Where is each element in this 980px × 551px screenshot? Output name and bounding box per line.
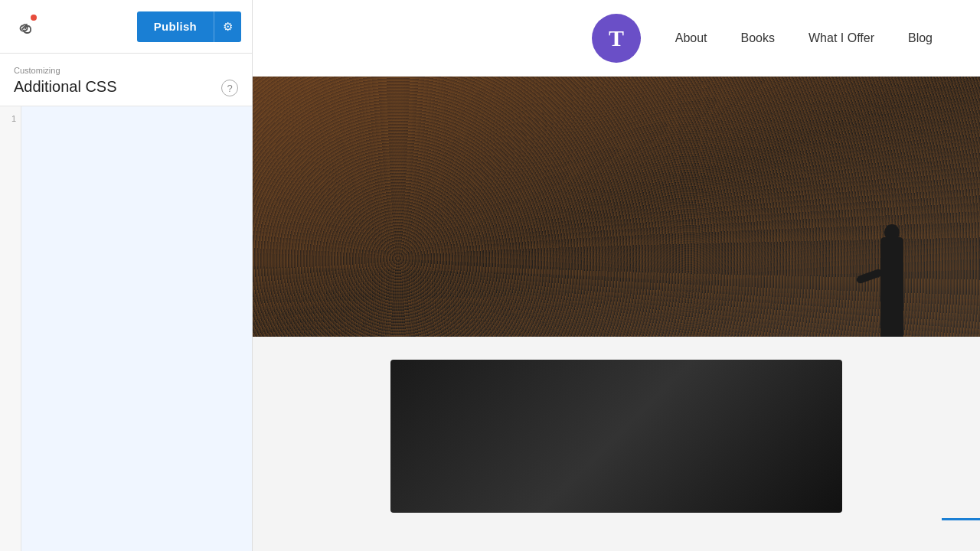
line-numbers: 1 <box>0 106 21 551</box>
link-icon-button[interactable] <box>11 13 38 41</box>
blue-accent-line <box>942 518 980 520</box>
site-navigation: Home About Books What I Offer Blog <box>592 31 949 45</box>
site-logo: T <box>592 14 641 63</box>
customizer-toolbar: Publish ⚙ <box>0 0 252 54</box>
css-textarea[interactable] <box>21 106 252 551</box>
speaker-silhouette <box>858 199 903 337</box>
publish-settings-button[interactable]: ⚙ <box>214 11 241 42</box>
speaker-body <box>880 237 903 337</box>
nav-item-blog[interactable]: Blog <box>891 31 949 45</box>
video-inner <box>390 360 842 513</box>
customizer-panel: Publish ⚙ Customizing Additional CSS ? 1 <box>0 0 253 551</box>
site-header: T Home About Books What I Offer Blog <box>253 0 980 77</box>
nav-item-books[interactable]: Books <box>724 31 792 45</box>
notification-dot <box>31 15 37 21</box>
video-thumbnail <box>390 360 842 513</box>
site-preview: T Home About Books What I Offer Blog <box>253 0 980 551</box>
speaker-arm <box>855 268 883 284</box>
customizing-header: Customizing Additional CSS ? <box>0 54 252 106</box>
nav-item-about[interactable]: About <box>658 31 724 45</box>
help-button[interactable]: ? <box>221 80 238 96</box>
content-area <box>253 337 980 551</box>
customizing-section-label: Customizing <box>14 66 117 75</box>
hero-image <box>253 77 980 337</box>
publish-button[interactable]: Publish <box>137 11 214 42</box>
gear-icon: ⚙ <box>223 20 233 34</box>
customizing-title: Additional CSS <box>14 78 117 96</box>
publish-button-group: Publish ⚙ <box>137 11 241 42</box>
line-number-1: 1 <box>0 111 21 126</box>
css-editor: 1 <box>0 106 252 551</box>
nav-item-what-i-offer[interactable]: What I Offer <box>792 31 891 45</box>
